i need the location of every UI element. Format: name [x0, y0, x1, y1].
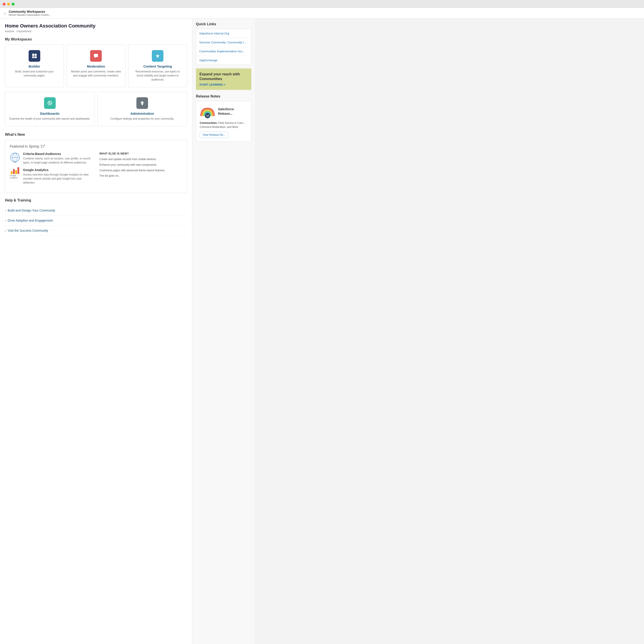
- moderation-desc: Monitor posts and comments, create rules…: [70, 70, 122, 78]
- svg-text:'17: '17: [206, 114, 209, 117]
- help-label-2: Visit the Success Community: [8, 229, 48, 232]
- content-targeting-title: Content Targeting: [132, 64, 183, 68]
- builder-title: Builder: [9, 64, 60, 68]
- chevron-icon-1: ›: [5, 219, 6, 222]
- criteria-desc: Combine criteria, such as location, user…: [23, 157, 93, 165]
- home-icon[interactable]: ⌂: [4, 11, 6, 16]
- help-section: Help & Training › Build and Design Your …: [5, 198, 187, 236]
- featured-box: Featured in Spring '17: [5, 140, 187, 193]
- featured-content: Criteria-Based Audiences Combine criteri…: [10, 152, 182, 188]
- sidebar: Quick Links Salesforce Internal Org Succ…: [192, 19, 255, 644]
- svg-point-5: [49, 102, 51, 104]
- svg-rect-2: [32, 56, 34, 58]
- quick-link-0[interactable]: Salesforce Internal Org: [196, 29, 251, 38]
- svg-rect-0: [32, 54, 34, 56]
- quick-link-3[interactable]: AppExchange: [196, 56, 251, 65]
- rainbow-icon: '17: [200, 105, 215, 118]
- ga-label: Google Analytics: [10, 174, 20, 179]
- page-title: Home Owners Association Community: [5, 23, 187, 29]
- administration-desc: Configure settings and properties for yo…: [101, 117, 184, 121]
- quick-links-title: Quick Links: [196, 22, 251, 26]
- content-area: Home Owners Association Community Inacti…: [0, 19, 192, 644]
- what-else-item-3: The list goes on...: [100, 174, 183, 178]
- help-label-0: Build and Design Your Community: [8, 209, 55, 212]
- svg-rect-3: [34, 56, 37, 58]
- dashboards-desc: Examine the health of your community wit…: [9, 117, 91, 121]
- workspace-card-dashboards[interactable]: Dashboards Examine the health of your co…: [5, 92, 95, 126]
- release-body-prefix: Communities:: [200, 121, 218, 125]
- close-button[interactable]: [3, 3, 6, 6]
- navbar-title: Community Workspaces: [9, 10, 51, 13]
- criteria-icon: [10, 152, 20, 163]
- view-release-button[interactable]: View Release No...: [200, 132, 228, 138]
- featured-left: Criteria-Based Audiences Combine criteri…: [10, 152, 93, 188]
- help-item-1[interactable]: › Drive Adoption and Engagement: [5, 216, 187, 226]
- svg-rect-1: [35, 54, 37, 56]
- section-help-training: Help & Training: [5, 198, 187, 202]
- featured-title: Featured in Spring '17: [10, 144, 182, 148]
- quick-link-2[interactable]: Communities Implementation Gui...: [196, 47, 251, 56]
- ga-desc: Access real-time data through Google Ana…: [23, 173, 93, 185]
- feature-criteria: Criteria-Based Audiences Combine criteri…: [10, 152, 93, 165]
- navbar-subtitle: Home Owners Association Comm...: [9, 13, 51, 17]
- minimize-button[interactable]: [7, 3, 10, 6]
- moderation-icon: [90, 50, 102, 62]
- builder-desc: Build, brand and customize your communit…: [9, 70, 60, 78]
- help-item-2[interactable]: › Visit the Success Community: [5, 226, 187, 236]
- main-layout: Home Owners Association Community Inacti…: [0, 19, 644, 644]
- quick-link-1[interactable]: Success Community: Community I...: [196, 38, 251, 47]
- administration-icon: [136, 97, 148, 109]
- workspace-card-content-targeting[interactable]: Content Targeting Recommend resources, u…: [128, 44, 187, 87]
- workspace-card-administration[interactable]: Administration Configure settings and pr…: [97, 92, 187, 126]
- content-targeting-icon: [152, 50, 163, 62]
- quick-links-box: Salesforce Internal Org Success Communit…: [196, 29, 251, 65]
- builder-icon: [29, 50, 40, 62]
- help-label-1: Drive Adoption and Engagement: [8, 219, 53, 222]
- featured-right: WHAT ELSE IS NEW? Create and update reco…: [100, 152, 183, 188]
- dashboards-title: Dashboards: [9, 112, 91, 115]
- workspace-grid-bottom: Dashboards Examine the health of your co…: [5, 92, 187, 126]
- administration-title: Administration: [101, 112, 184, 115]
- ga-bars: [11, 167, 19, 174]
- workspace-grid-top: Builder Build, brand and customize your …: [5, 44, 187, 87]
- section-my-workspaces: My Workspaces: [5, 37, 187, 41]
- navbar: ⌂ Community Workspaces Home Owners Assoc…: [0, 8, 644, 19]
- titlebar: [0, 0, 644, 8]
- release-body: Communities: Field Service in Com... Com…: [200, 121, 248, 129]
- content-targeting-desc: Recommend resources, use topics to boost…: [132, 70, 183, 82]
- expand-cta[interactable]: START LEARNING >: [199, 83, 248, 86]
- ga-icon: Google Analytics: [10, 168, 20, 179]
- expand-box: Expand your reach with Communities START…: [196, 68, 251, 90]
- whats-new-section: What's New Featured in Spring '17: [5, 133, 187, 193]
- what-else-item-0: Create and update records from mobile de…: [100, 157, 183, 161]
- release-card: '17 Salesforce Release... Communities: F…: [196, 101, 251, 142]
- page-status: Inactive · Unpublished: [5, 30, 187, 33]
- chevron-icon-0: ›: [5, 209, 6, 212]
- moderation-title: Moderation: [70, 64, 122, 68]
- workspace-card-builder[interactable]: Builder Build, brand and customize your …: [5, 44, 64, 87]
- release-heading: Salesforce Release...: [218, 107, 248, 116]
- release-notes-title: Release Notes: [196, 94, 251, 98]
- criteria-text: Criteria-Based Audiences Combine criteri…: [23, 152, 93, 165]
- what-else-title: WHAT ELSE IS NEW?: [100, 152, 183, 155]
- ga-name: Google Analytics: [23, 168, 93, 172]
- dashboards-icon: [44, 97, 56, 109]
- release-top: '17 Salesforce Release...: [200, 105, 248, 118]
- feature-ga: Google Analytics Google Analytics Access…: [10, 168, 93, 185]
- chevron-icon-2: ›: [5, 229, 6, 232]
- workspace-card-moderation[interactable]: Moderation Monitor posts and comments, c…: [67, 44, 126, 87]
- what-else-item-2: Customize pages with advanced theme layo…: [100, 169, 183, 172]
- ga-text: Google Analytics Access real-time data t…: [23, 168, 93, 185]
- section-whats-new: What's New: [5, 133, 187, 137]
- help-item-0[interactable]: › Build and Design Your Community: [5, 205, 187, 216]
- criteria-name: Criteria-Based Audiences: [23, 152, 93, 156]
- what-else-item-1: Enhance your community with new componen…: [100, 163, 183, 167]
- expand-text: Expand your reach with Communities: [199, 72, 248, 81]
- maximize-button[interactable]: [12, 3, 15, 6]
